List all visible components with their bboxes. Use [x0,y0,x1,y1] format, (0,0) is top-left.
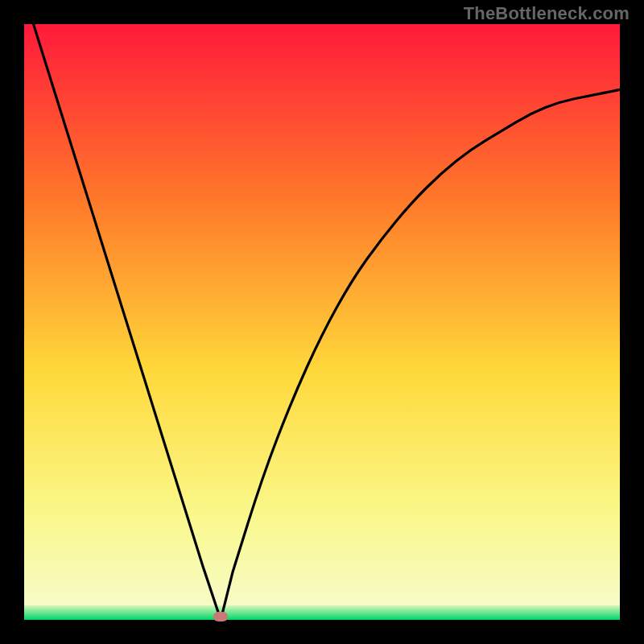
plot-frame [24,24,620,620]
watermark-text: TheBottleneck.com [464,3,630,24]
minimum-marker [213,612,228,621]
chart-container: TheBottleneck.com [0,0,644,644]
bottleneck-curve [24,24,620,620]
